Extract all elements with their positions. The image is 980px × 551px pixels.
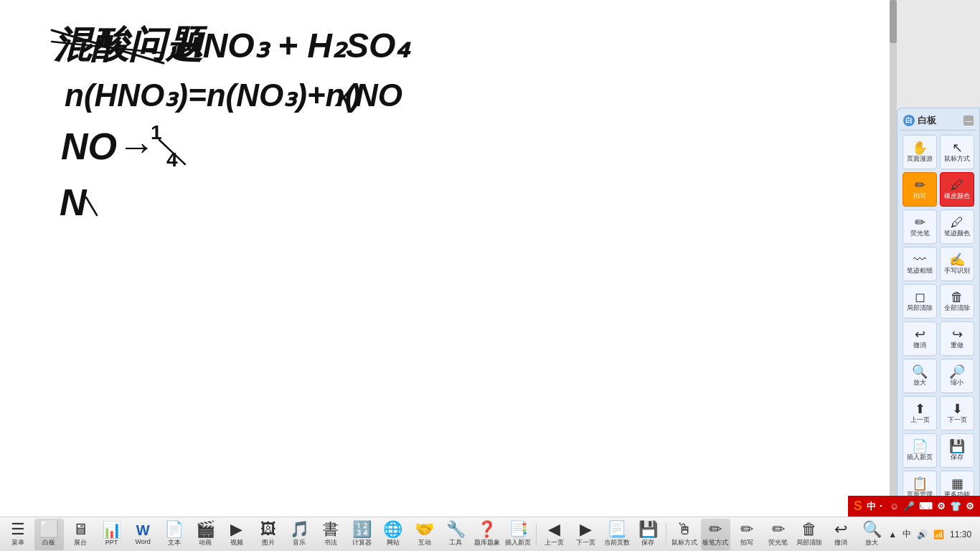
highlighter-label: 荧光笔 <box>910 230 930 237</box>
taskbar-fill-clear-button[interactable]: 🗑 局部清除 <box>794 519 824 550</box>
taskbar-zoom2-button[interactable]: 🔍 放大 <box>857 519 887 550</box>
whiteboard-scrollbar[interactable] <box>890 0 897 517</box>
browser-icon: 🌐 <box>383 522 402 537</box>
taskbar-pen-mode-button[interactable]: ✏ 板笔方式 <box>701 519 731 550</box>
next-page-label: 下一页 <box>948 417 967 423</box>
taskbar-tools-button[interactable]: 🔧 工具 <box>440 519 471 550</box>
sogou-settings-icon: ⚙ <box>966 501 974 512</box>
taskbar-highlighter2-button[interactable]: ✏ 荧光笔 <box>763 519 793 550</box>
zoom-in-button[interactable]: 🔍 放大 <box>903 359 937 393</box>
redo-icon: ↪ <box>952 328 963 341</box>
video-label: 视频 <box>230 538 243 547</box>
prev-page-icon: ⬆ <box>915 402 925 415</box>
undo-button[interactable]: ↩ 撤消 <box>903 321 937 356</box>
tray-expand-icon[interactable]: ▲ <box>888 529 897 540</box>
handwrite-button[interactable]: ✍ 手写识别 <box>940 247 974 281</box>
pen-style-button[interactable]: 〰 笔迹粗细 <box>903 247 937 281</box>
cursor-icon: ↖ <box>952 141 963 154</box>
question-bank-label: 题库题象 <box>474 538 500 547</box>
write-mode-icon: ✏ <box>740 522 753 537</box>
redo-button[interactable]: ↪ 重做 <box>940 321 974 356</box>
taskbar-calculator-button[interactable]: 🔢 计算器 <box>347 519 377 550</box>
taskbar-prev-button[interactable]: ◀ 上一页 <box>540 519 570 550</box>
taskbar-whiteboard-button[interactable]: ⬜ 白板 <box>34 519 65 550</box>
pen-tool-button[interactable]: ✏ 拍写 <box>903 172 937 207</box>
toolbar-icon: 白 <box>903 115 915 126</box>
ppt-icon: 📊 <box>102 522 121 538</box>
scrollbar-thumb[interactable] <box>890 0 897 43</box>
select-tool-button[interactable]: ↖ 鼠标方式 <box>940 135 974 169</box>
next-page-button[interactable]: ⬇ 下一页 <box>940 396 974 430</box>
toolbar-row-6: ↩ 撤消 ↪ 重做 <box>900 321 976 356</box>
taskbar-page-num-button[interactable]: 📃 当前页数 <box>602 519 632 550</box>
save2-label: 保存 <box>641 538 654 547</box>
svg-text:4: 4 <box>166 149 178 171</box>
sogou-keyboard-icon: ⌨ <box>919 501 933 512</box>
taskbar-menu-button[interactable]: ☰ 菜单 <box>3 519 33 550</box>
taskbar-write-mode-button[interactable]: ✏ 拍写 <box>732 519 762 550</box>
pen-color-button[interactable]: 🖊 笔迹颜色 <box>940 209 974 244</box>
save-label: 保存 <box>951 454 963 461</box>
insert-page-label: 插入新页 <box>907 454 933 461</box>
whiteboard-area[interactable]: 混酸问题 HNO₃ + H₂SO₄ n(HNO₃)=n(NO₃)+n(NO x … <box>0 0 897 517</box>
browser-label: 网站 <box>387 538 400 547</box>
fill-clear-label: 局部清除 <box>796 538 822 547</box>
video-icon: ▶ <box>230 522 242 537</box>
eraser-all-button[interactable]: 🗑 全部清除 <box>940 284 974 319</box>
word-label: Word <box>136 538 151 545</box>
highlighter2-icon: ✏ <box>772 522 785 537</box>
highlight-color-button[interactable]: 🖊 橡皮颜色 <box>940 172 974 207</box>
save-button[interactable]: 💾 保存 <box>940 433 974 468</box>
taskbar-video-button[interactable]: ▶ 视频 <box>222 519 252 550</box>
next-label: 下一页 <box>576 538 595 547</box>
insert-new-label: 插入新页 <box>505 538 531 547</box>
taskbar-picture-button[interactable]: 🖼 图片 <box>253 519 283 550</box>
text-icon: 📄 <box>164 522 184 537</box>
interact-icon: 🤝 <box>415 522 434 537</box>
toolbar-row-5: ◻ 局部清除 🗑 全部清除 <box>900 284 976 319</box>
fill-clear-icon: 🗑 <box>801 522 817 537</box>
pen-label: 拍写 <box>913 193 926 199</box>
toolbar-row-9: 📄 插入新页 💾 保存 <box>900 433 976 468</box>
taskbar-undo2-button[interactable]: ↩ 撤消 <box>826 519 856 550</box>
menu-icon: ☰ <box>11 522 25 537</box>
taskbar-interact-button[interactable]: 🤝 互动 <box>410 519 440 550</box>
taskbar-ppt-button[interactable]: 📊 PPT <box>97 519 127 550</box>
next-icon: ▶ <box>580 522 592 537</box>
system-tray: ▲ 中 🔊 📶 11:30 <box>888 528 977 540</box>
prev-page-button[interactable]: ⬆ 上一页 <box>903 396 937 430</box>
eraser-part-button[interactable]: ◻ 局部清除 <box>903 284 937 319</box>
highlighter-button[interactable]: ✏ 荧光笔 <box>903 209 937 244</box>
taskbar-animate-button[interactable]: 🎬 动画 <box>191 519 221 550</box>
undo-icon: ↩ <box>915 328 925 341</box>
menu-label: 菜单 <box>11 538 24 547</box>
zoom-out-button[interactable]: 🔎 缩小 <box>940 359 974 393</box>
eraser-all-icon: 🗑 <box>951 291 963 303</box>
picture-icon: 🖼 <box>260 522 276 537</box>
tools-label: 工具 <box>449 538 462 547</box>
sogou-voice-icon: 🎤 <box>903 501 915 512</box>
animate-label: 动画 <box>199 538 212 547</box>
taskbar-browser-button[interactable]: 🌐 网站 <box>378 519 408 550</box>
insert-page-button[interactable]: 📄 插入新页 <box>903 433 937 468</box>
taskbar-music-button[interactable]: 🎵 音乐 <box>284 519 314 550</box>
taskbar-insert-page-button[interactable]: 📑 插入新页 <box>504 519 534 550</box>
minimize-button[interactable]: — <box>963 116 974 126</box>
taskbar-save2-button[interactable]: 💾 保存 <box>633 519 664 550</box>
handwrite-label: 手写识别 <box>944 268 970 274</box>
tray-volume-icon[interactable]: 🔊 <box>917 529 928 540</box>
taskbar-text-button[interactable]: 📄 文本 <box>159 519 189 550</box>
taskbar-word-button[interactable]: W Word <box>128 519 158 550</box>
taskbar-question-bank-button[interactable]: ❓ 题库题象 <box>472 519 502 550</box>
taskbar-stage-button[interactable]: 🖥 展台 <box>65 519 95 550</box>
taskbar-mouse-mode-button[interactable]: 🖱 鼠标方式 <box>669 519 699 550</box>
taskbar-calligraphy-button[interactable]: 書 书法 <box>316 519 346 550</box>
taskbar-next-button[interactable]: ▶ 下一页 <box>570 519 600 550</box>
pan-icon: ✋ <box>912 141 928 154</box>
zoom-in-label: 放大 <box>913 380 926 386</box>
tray-network-icon[interactable]: 📶 <box>933 529 944 540</box>
undo-label: 撤消 <box>913 342 926 349</box>
calculator-icon: 🔢 <box>352 522 372 537</box>
tray-ime-icon[interactable]: 中 <box>903 528 911 540</box>
pan-tool-button[interactable]: ✋ 页面漫游 <box>903 135 937 169</box>
